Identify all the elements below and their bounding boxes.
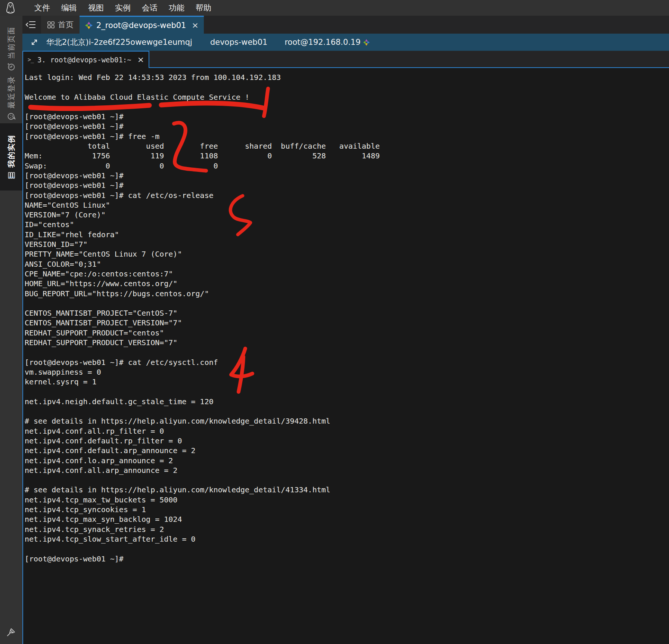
sidebar-item-label: 我的实例 (6, 134, 16, 167)
tab-session-devops-web01[interactable]: 2_root@devops-web01 × (80, 16, 204, 34)
linux-tux-icon (5, 1, 16, 14)
sidebar-item-label: 最近登录 (6, 75, 16, 108)
sidebar-item-my-instances[interactable]: 我的实例 (0, 123, 22, 191)
centos-pinwheel-icon (363, 39, 370, 46)
region-instance-id: 华北2(北京)i-2ze6f225owewge1eumqj (46, 37, 192, 47)
terminal-prompt-icon: >_ (28, 56, 34, 63)
terminal-tab[interactable]: >_ 3. root@devops-web01:~ × (22, 51, 149, 68)
menu-item-view[interactable]: 视图 (88, 3, 104, 13)
terminal-tab-label: 3. root@devops-web01:~ (37, 56, 131, 64)
menu-item-instance[interactable]: 实例 (115, 3, 131, 13)
pin-icon[interactable] (6, 628, 16, 637)
left-sidebar: 当前页面 最近登录 (0, 16, 22, 644)
menu-item-help[interactable]: 帮助 (196, 3, 211, 13)
login-user-address: root@192.168.0.19 (284, 38, 360, 47)
tab-home-label: 首页 (58, 19, 74, 30)
grid-icon (47, 21, 55, 29)
tab-bar: 首页 2_root@devops-web01 × (22, 16, 669, 34)
instance-hostname: devops-web01 (210, 38, 268, 47)
collapse-sidebar-icon[interactable] (22, 16, 41, 34)
instance-list-icon (7, 171, 15, 179)
terminal-tab-close-icon[interactable]: × (137, 56, 144, 64)
centos-pinwheel-icon (85, 21, 93, 30)
terminal-panel[interactable]: Last login: Wed Feb 22 14:53:53 2023 fro… (22, 67, 669, 644)
menu-item-edit[interactable]: 编辑 (61, 3, 77, 13)
tab-session-label: 2_root@devops-web01 (96, 21, 186, 30)
fullscreen-expand-icon[interactable] (30, 38, 39, 47)
menu-items: 文件 编辑 视图 实例 会话 功能 帮助 (34, 3, 211, 13)
tab-close-icon[interactable]: × (192, 21, 199, 30)
menu-item-file[interactable]: 文件 (34, 3, 50, 13)
menu-bar: 文件 编辑 视图 实例 会话 功能 帮助 (0, 0, 669, 16)
recent-chat-icon (7, 112, 15, 120)
history-clock-icon (7, 63, 15, 71)
sidebar-item-recent-login[interactable]: 最近登录 (0, 74, 22, 122)
menu-item-session[interactable]: 会话 (142, 3, 158, 13)
terminal-output: Last login: Wed Feb 22 14:53:53 2023 fro… (23, 68, 669, 564)
tab-home[interactable]: 首页 (41, 16, 80, 34)
sidebar-item-current-page[interactable]: 当前页面 (0, 21, 22, 77)
connection-bar: 华北2(北京)i-2ze6f225owewge1eumqj devops-web… (22, 34, 669, 51)
sidebar-item-label: 当前页面 (6, 26, 16, 59)
menu-item-function[interactable]: 功能 (169, 3, 184, 13)
